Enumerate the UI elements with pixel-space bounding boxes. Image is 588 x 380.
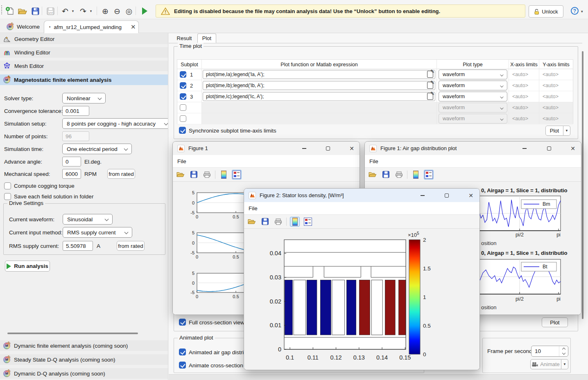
export-stp-button[interactable]: STP bbox=[45, 5, 56, 17]
open-folder-icon[interactable] bbox=[368, 170, 378, 180]
zoom-in-button[interactable]: ⊕ bbox=[100, 5, 111, 17]
current-from-rated-button[interactable]: from rated bbox=[117, 241, 145, 251]
sync-timeaxis-checkbox[interactable] bbox=[179, 127, 186, 134]
current-waveform-dropdown[interactable]: Sinusoidal bbox=[63, 214, 113, 225]
tab-welcome[interactable]: M Welcome bbox=[2, 20, 45, 33]
help-dropdown-icon[interactable]: ▾ bbox=[581, 9, 583, 13]
airgap-figure-menubar[interactable]: File bbox=[365, 155, 581, 168]
animate-cross-section-checkbox[interactable] bbox=[179, 362, 186, 369]
subplot-settings-icon[interactable] bbox=[424, 170, 434, 180]
plot-type-dropdown[interactable]: waveform bbox=[439, 92, 507, 101]
close-icon[interactable]: ✕ bbox=[567, 144, 579, 153]
close-tab-icon[interactable]: ✕ bbox=[131, 23, 136, 31]
subplot-enabled-checkbox[interactable] bbox=[180, 115, 186, 122]
maximize-icon[interactable] bbox=[322, 144, 334, 153]
maximize-icon[interactable] bbox=[543, 144, 555, 153]
save-button[interactable] bbox=[29, 5, 41, 17]
rms-supply-current-input[interactable]: 5.50978 bbox=[63, 241, 93, 251]
help-button[interactable]: ? bbox=[571, 7, 579, 15]
y-limits-value[interactable]: <auto> bbox=[539, 69, 573, 80]
undo-dropdown[interactable]: ▾ bbox=[70, 5, 76, 17]
edit-expression-icon[interactable] bbox=[427, 93, 433, 100]
fps-spinner[interactable]: 10 bbox=[531, 346, 568, 357]
cross-section-plot-button[interactable]: Plot bbox=[542, 317, 568, 327]
open-folder-icon[interactable] bbox=[176, 170, 185, 180]
figure1-menubar[interactable]: File bbox=[173, 155, 360, 168]
subplot-enabled-checkbox[interactable] bbox=[180, 104, 186, 111]
speed-from-rated-button[interactable]: from rated bbox=[107, 169, 135, 179]
airgap-figure-titlebar[interactable]: Figure 1: Air gap distribution plot ✕ bbox=[365, 142, 581, 155]
animate-dropdown-arrow[interactable]: ▼ bbox=[561, 359, 568, 369]
print-icon[interactable] bbox=[202, 170, 212, 180]
redo-dropdown[interactable]: ▾ bbox=[88, 5, 94, 17]
open-file-button[interactable] bbox=[17, 5, 28, 17]
edit-expression-icon[interactable] bbox=[427, 71, 433, 78]
colormap-icon[interactable] bbox=[411, 170, 421, 180]
unlock-button[interactable]: Unlock bbox=[529, 5, 563, 18]
expression-input[interactable]: plot(time,Ic);legend('Ic, A'); bbox=[203, 92, 435, 101]
close-icon[interactable]: ✕ bbox=[465, 191, 477, 200]
simulation-time-dropdown[interactable]: One electrical period bbox=[62, 144, 132, 154]
undo-button[interactable]: ↶ bbox=[60, 5, 70, 17]
edit-expression-icon[interactable] bbox=[427, 82, 433, 89]
close-icon[interactable]: ✕ bbox=[346, 144, 358, 153]
zoom-fit-button[interactable]: ◎ bbox=[123, 5, 135, 17]
maximize-icon[interactable] bbox=[441, 191, 453, 200]
colormap-icon[interactable] bbox=[219, 170, 228, 180]
plot-type-dropdown[interactable]: waveform bbox=[439, 81, 507, 90]
sidebar-item-dynamic-dq[interactable]: M Dymanic D-Q analysis (coming soon) bbox=[0, 368, 168, 379]
minimize-icon[interactable] bbox=[416, 191, 429, 200]
subplot-enabled-checkbox[interactable] bbox=[180, 93, 186, 100]
sidebar-item-mesh-editor[interactable]: Mesh Editor bbox=[0, 61, 168, 71]
solver-type-dropdown[interactable]: Nonlinear bbox=[62, 93, 106, 103]
animated-airgap-checkbox[interactable] bbox=[179, 349, 186, 355]
current-input-method-dropdown[interactable]: RMS supply current bbox=[63, 227, 132, 238]
expression-input[interactable]: plot(time,Ia);legend('Ia, A'); bbox=[203, 70, 435, 79]
sidebar-item-magnetostatic-fea[interactable]: M Magnetostatic finite element analysis bbox=[0, 74, 168, 85]
sidebar-item-steady-state-dq[interactable]: M Steady State D-Q analysis (coming soon… bbox=[0, 354, 168, 365]
vertical-scrollbar[interactable] bbox=[582, 51, 583, 319]
x-limits-value[interactable]: <auto> bbox=[509, 91, 539, 102]
print-icon[interactable] bbox=[273, 217, 283, 227]
simulation-setup-dropdown[interactable]: 8 points per cogging - high accuracy bbox=[62, 118, 168, 129]
expression-input[interactable]: plot(time,Ib);legend('Ib, A'); bbox=[203, 81, 435, 90]
plot-dropdown-arrow[interactable]: ▼ bbox=[563, 126, 570, 136]
advance-angle-input[interactable]: 0 bbox=[62, 157, 81, 166]
save-icon[interactable] bbox=[189, 170, 199, 180]
tab-document[interactable]: • afm_sr12_Lumped_winding ✕ bbox=[44, 20, 139, 33]
save-field-solution-checkbox[interactable] bbox=[4, 193, 11, 200]
subplot-settings-icon[interactable] bbox=[232, 170, 242, 180]
y-limits-value[interactable]: <auto> bbox=[539, 91, 573, 102]
open-folder-icon[interactable] bbox=[247, 217, 257, 227]
zoom-out-button[interactable]: ⊖ bbox=[111, 5, 123, 17]
new-file-button[interactable] bbox=[4, 5, 15, 17]
plot-button[interactable]: Plot bbox=[545, 126, 563, 136]
redo-button[interactable]: ↷ bbox=[78, 5, 88, 17]
figure1-titlebar[interactable]: Figure 1 ✕ bbox=[173, 142, 360, 155]
x-limits-value[interactable]: <auto> bbox=[509, 80, 539, 91]
sidebar-item-geometry-editor[interactable]: Geometry Editor bbox=[0, 34, 168, 44]
run-button[interactable] bbox=[139, 5, 150, 17]
mechanical-speed-input[interactable]: 6000 bbox=[62, 169, 81, 179]
sidebar-item-dynamic-fea[interactable]: M Dymanic finite element analysis (comin… bbox=[0, 340, 168, 351]
compute-cogging-torque-checkbox[interactable] bbox=[4, 182, 11, 189]
figure2-menubar[interactable]: File bbox=[244, 202, 479, 215]
y-limits-value[interactable]: <auto> bbox=[539, 80, 573, 91]
full-cross-section-checkbox[interactable] bbox=[179, 319, 186, 326]
colormap-icon[interactable] bbox=[290, 217, 300, 227]
figure2-titlebar[interactable]: Figure 2: Stator loss density, [W/m³] ✕ bbox=[244, 189, 479, 202]
save-icon[interactable] bbox=[260, 217, 270, 227]
spinner-arrows[interactable] bbox=[559, 346, 568, 356]
animate-button[interactable]: Animate bbox=[530, 359, 561, 369]
run-analysis-button[interactable]: Run analysis bbox=[5, 261, 50, 272]
plot-type-dropdown[interactable]: waveform bbox=[439, 70, 507, 79]
print-icon[interactable] bbox=[394, 170, 404, 180]
tab-result[interactable]: Result bbox=[174, 34, 194, 43]
horizontal-scrollbar[interactable] bbox=[7, 333, 138, 334]
x-limits-value[interactable]: <auto> bbox=[509, 69, 539, 80]
subplot-enabled-checkbox[interactable] bbox=[180, 71, 186, 78]
minimize-icon[interactable] bbox=[518, 144, 531, 153]
convergence-tolerance-input[interactable]: 0.001 bbox=[62, 106, 89, 116]
sidebar-item-winding-editor[interactable]: Winding Editor bbox=[0, 47, 168, 58]
subplot-settings-icon[interactable] bbox=[303, 217, 313, 227]
